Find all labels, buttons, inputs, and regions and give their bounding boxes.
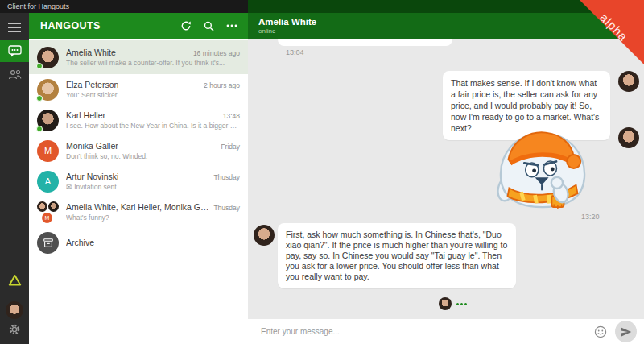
- conversation-time: 13:48: [218, 112, 240, 120]
- rail-divider: [5, 296, 24, 296]
- online-status-dot: [36, 63, 43, 69]
- online-status-dot: [36, 95, 43, 102]
- avatar: A: [37, 171, 59, 193]
- typing-dots: [455, 303, 467, 305]
- avatar: [618, 71, 639, 92]
- avatar: [37, 79, 59, 101]
- archive-icon: [37, 232, 59, 254]
- panel-title: HANGOUTS: [40, 20, 101, 31]
- navigation-rail: [0, 13, 29, 344]
- hamburger-menu-icon[interactable]: [0, 18, 29, 37]
- conversation-preview: ✉Invitation sent: [66, 183, 240, 191]
- avatar: M: [42, 213, 52, 223]
- titlebar: Client for Hangouts: [0, 0, 644, 13]
- conversation-monika-galler[interactable]: M Monika GallerFriday Don't think so, no…: [29, 135, 248, 166]
- conversation-preview: What's funny?: [66, 213, 240, 222]
- panel-header: HANGOUTS: [29, 13, 248, 39]
- avatar: M: [37, 140, 59, 162]
- avatar: [37, 201, 47, 212]
- avatar: [254, 225, 275, 246]
- conversation-name: Amelia White, Karl Heller, Monika Galler: [66, 202, 208, 212]
- conversation-name: Karl Heller: [66, 110, 105, 120]
- chat-contact-status: online: [258, 27, 644, 35]
- sticker-polar-bear-thinking: [481, 127, 604, 213]
- avatar: [37, 110, 59, 131]
- conversation-elza-peterson[interactable]: Elza Peterson2 hours ago You: Sent stick…: [29, 74, 248, 105]
- conversation-artur-novinski[interactable]: A Artur NovinskiThusday ✉Invitation sent: [29, 166, 248, 197]
- avatar: [37, 47, 59, 68]
- conversation-time: Thusday: [208, 173, 240, 181]
- conversation-preview: I see. How about the New Year in China. …: [66, 122, 240, 130]
- conversation-amelia-white[interactable]: Amelia White16 minutes ago The seller wi…: [29, 40, 248, 74]
- avatar: [48, 201, 59, 212]
- message-bubble: First, ask how much something is. In Chi…: [278, 223, 516, 288]
- chat-header: Amelia White online: [248, 13, 644, 39]
- search-icon[interactable]: [204, 21, 214, 31]
- people-icon: [8, 69, 22, 80]
- conversation-time: Thusday: [208, 204, 240, 212]
- chat-contact-name: Amelia White: [258, 17, 644, 27]
- client-for-hangouts-window: Client for Hangouts: [0, 0, 644, 344]
- message-composer: [248, 319, 644, 344]
- contacts-tab[interactable]: [0, 62, 29, 86]
- group-avatar: M: [37, 201, 59, 223]
- avatar: [618, 127, 639, 148]
- conversation-time: Friday: [216, 143, 240, 151]
- message-history: 13:04 That makes sense. If I don't know …: [248, 39, 644, 319]
- conversation-name: Elza Peterson: [66, 80, 118, 89]
- message-timestamp: 13:04: [286, 48, 304, 56]
- chat-bubble-icon: [8, 45, 22, 57]
- avatar: [439, 297, 452, 310]
- conversation-list: Amelia White16 minutes ago The seller wi…: [29, 39, 248, 344]
- avatar-initial: A: [45, 176, 51, 186]
- feedback-button[interactable]: [0, 270, 29, 291]
- conversation-preview: Don't think so, no. Winded.: [66, 152, 240, 160]
- send-icon: [620, 326, 632, 338]
- conversation-karl-heller[interactable]: Karl Heller13:48 I see. How about the Ne…: [29, 105, 248, 135]
- emoji-button[interactable]: [593, 325, 608, 339]
- chat-panel: Amelia White online 13:04 That makes sen…: [248, 13, 644, 344]
- archive-item[interactable]: Archive: [29, 227, 248, 258]
- send-button[interactable]: [615, 321, 637, 342]
- more-icon[interactable]: [226, 24, 237, 27]
- clipped-message-bubble: [278, 39, 452, 46]
- conversation-name: Artur Novinski: [66, 172, 118, 181]
- titlebar-green-strip: [248, 0, 644, 13]
- envelope-icon: ✉: [66, 183, 72, 191]
- conversation-name: Monika Galler: [66, 141, 118, 151]
- smiley-icon: [594, 325, 607, 338]
- conversations-panel: HANGOUTS: [29, 13, 248, 344]
- message-timestamp: 13:20: [581, 213, 600, 221]
- account-avatar[interactable]: [6, 301, 23, 319]
- conversation-name: Amelia White: [66, 48, 116, 57]
- feedback-triangle-icon: [8, 274, 22, 287]
- conversation-time: 16 minutes ago: [188, 49, 240, 57]
- refresh-icon[interactable]: [180, 20, 192, 31]
- settings-button[interactable]: [0, 319, 29, 340]
- message-input[interactable]: [259, 326, 593, 337]
- typing-indicator: [439, 297, 467, 310]
- online-status-dot: [36, 126, 43, 132]
- conversation-group[interactable]: M Amelia White, Karl Heller, Monika Gall…: [29, 197, 248, 227]
- conversation-preview: The seller will make a counter-offer. If…: [66, 59, 240, 67]
- conversations-tab[interactable]: [0, 40, 29, 62]
- avatar-initial: M: [44, 146, 52, 155]
- archive-label: Archive: [66, 238, 94, 247]
- window-title: Client for Hangouts: [0, 0, 248, 13]
- gear-icon: [8, 323, 21, 336]
- conversation-time: 2 hours ago: [199, 81, 240, 89]
- conversation-preview: You: Sent sticker: [66, 91, 240, 99]
